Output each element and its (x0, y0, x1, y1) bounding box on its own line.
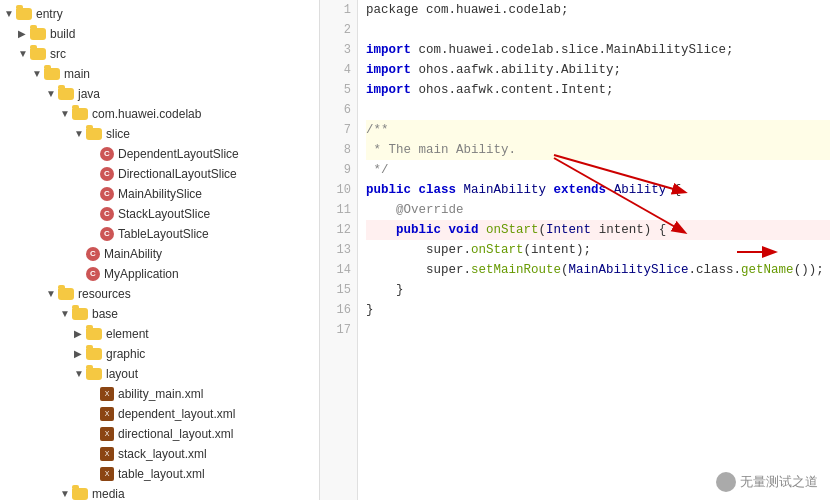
token: MainAbility (464, 180, 547, 200)
line-number: 8 (320, 140, 351, 160)
folder-icon (30, 28, 46, 40)
tree-item-media[interactable]: media (0, 484, 319, 500)
token (366, 220, 396, 240)
folder-icon (30, 48, 46, 60)
token: super. (366, 260, 471, 280)
code-editor[interactable]: 1234567891011121314151617 package com.hu… (320, 0, 830, 500)
code-line-7: /** (366, 120, 830, 140)
token: { (666, 180, 681, 200)
tree-item-StackLayoutSlice[interactable]: CStackLayoutSlice (0, 204, 319, 224)
line-number: 12 (320, 220, 351, 240)
watermark: 无量测试之道 (716, 472, 818, 492)
tree-item-DependentLayoutSlice[interactable]: CDependentLayoutSlice (0, 144, 319, 164)
code-line-16: } (366, 300, 830, 320)
tree-item-java[interactable]: java (0, 84, 319, 104)
tree-label-StackLayoutSlice: StackLayoutSlice (118, 205, 210, 223)
code-line-13: super.onStart(intent); (366, 240, 830, 260)
token: ohos.aafwk.ability.Ability; (411, 60, 621, 80)
token: intent) { (591, 220, 666, 240)
tree-item-DirectionalLayoutSlice[interactable]: CDirectionalLayoutSlice (0, 164, 319, 184)
java-icon: C (100, 207, 114, 221)
code-line-15: } (366, 280, 830, 300)
line-number: 17 (320, 320, 351, 340)
tree-item-layout[interactable]: layout (0, 364, 319, 384)
line-number: 2 (320, 20, 351, 40)
token: ( (539, 220, 547, 240)
tree-item-stack_layout.xml[interactable]: Xstack_layout.xml (0, 444, 319, 464)
tree-label-ability_main.xml: ability_main.xml (118, 385, 203, 403)
token (456, 180, 464, 200)
folder-icon (44, 68, 60, 80)
watermark-icon (716, 472, 736, 492)
tree-item-graphic[interactable]: graphic (0, 344, 319, 364)
token: import (366, 60, 411, 80)
line-number: 1 (320, 0, 351, 20)
code-line-12: public void onStart(Intent intent) { (366, 220, 830, 240)
token (606, 180, 614, 200)
tree-label-table_layout.xml: table_layout.xml (118, 465, 205, 483)
xml-icon: X (100, 447, 114, 461)
tree-item-base[interactable]: base (0, 304, 319, 324)
tree-item-src[interactable]: src (0, 44, 319, 64)
code-line-1: package com.huawei.codelab; (366, 0, 830, 20)
tree-item-table_layout.xml[interactable]: Xtable_layout.xml (0, 464, 319, 484)
tree-label-slice: slice (106, 125, 130, 143)
token: } (366, 280, 404, 300)
folder-icon (16, 8, 32, 20)
file-tree-sidebar[interactable]: entrybuildsrcmainjavacom.huawei.codelabs… (0, 0, 320, 500)
tree-label-build: build (50, 25, 75, 43)
tree-item-slice[interactable]: slice (0, 124, 319, 144)
tree-label-TableLayoutSlice: TableLayoutSlice (118, 225, 209, 243)
token: @Override (366, 200, 464, 220)
token (479, 220, 487, 240)
line-number: 10 (320, 180, 351, 200)
token (411, 180, 419, 200)
tree-item-main[interactable]: main (0, 64, 319, 84)
tree-item-MainAbility[interactable]: CMainAbility (0, 244, 319, 264)
line-number: 9 (320, 160, 351, 180)
tree-label-com.huawei.codelab: com.huawei.codelab (92, 105, 201, 123)
tree-item-dependent_layout.xml[interactable]: Xdependent_layout.xml (0, 404, 319, 424)
tree-item-MainAbilitySlice[interactable]: CMainAbilitySlice (0, 184, 319, 204)
tree-item-directional_layout.xml[interactable]: Xdirectional_layout.xml (0, 424, 319, 444)
line-number: 11 (320, 200, 351, 220)
tree-label-java: java (78, 85, 100, 103)
tree-item-com.huawei.codelab[interactable]: com.huawei.codelab (0, 104, 319, 124)
tree-item-ability_main.xml[interactable]: Xability_main.xml (0, 384, 319, 404)
folder-icon (86, 128, 102, 140)
tree-item-resources[interactable]: resources (0, 284, 319, 304)
token: (intent); (524, 240, 592, 260)
token (441, 220, 449, 240)
java-icon: C (100, 167, 114, 181)
tree-item-element[interactable]: element (0, 324, 319, 344)
line-number: 15 (320, 280, 351, 300)
tree-label-DependentLayoutSlice: DependentLayoutSlice (118, 145, 239, 163)
tree-label-graphic: graphic (106, 345, 145, 363)
tree-item-TableLayoutSlice[interactable]: CTableLayoutSlice (0, 224, 319, 244)
token: public (366, 180, 411, 200)
tree-label-MainAbilitySlice: MainAbilitySlice (118, 185, 202, 203)
line-number: 5 (320, 80, 351, 100)
line-number: 14 (320, 260, 351, 280)
line-number: 3 (320, 40, 351, 60)
token: extends (554, 180, 607, 200)
code-area: 1234567891011121314151617 package com.hu… (320, 0, 830, 500)
java-icon: C (100, 227, 114, 241)
line-number: 13 (320, 240, 351, 260)
tree-label-DirectionalLayoutSlice: DirectionalLayoutSlice (118, 165, 237, 183)
token: import (366, 40, 411, 60)
java-icon: C (86, 247, 100, 261)
tree-item-build[interactable]: build (0, 24, 319, 44)
tree-item-MyApplication[interactable]: CMyApplication (0, 264, 319, 284)
token: */ (366, 160, 389, 180)
tree-label-stack_layout.xml: stack_layout.xml (118, 445, 207, 463)
token: import (366, 80, 411, 100)
code-line-8: * The main Ability. (366, 140, 830, 160)
token: void (449, 220, 479, 240)
token: super. (366, 240, 471, 260)
token: class (419, 180, 457, 200)
folder-icon (86, 368, 102, 380)
tree-item-entry[interactable]: entry (0, 4, 319, 24)
token: ( (561, 260, 569, 280)
folder-icon (72, 308, 88, 320)
